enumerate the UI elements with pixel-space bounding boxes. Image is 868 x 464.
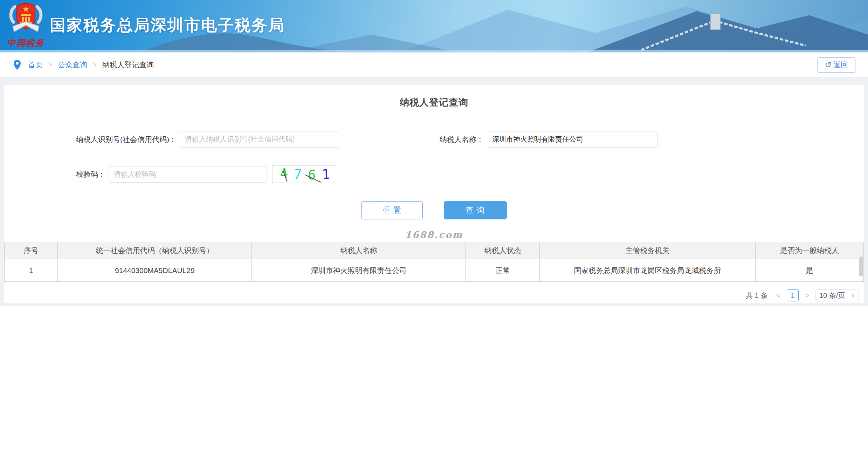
breadcrumb-current: 纳税人登记查询 <box>102 60 154 70</box>
page-body: 首页 > 公众查询 > 纳税人登记查询 ↺ 返回 纳税人登记查询 纳税人识别号(… <box>0 53 868 306</box>
table-row: 1 91440300MA5DLAUL29 深圳市神火照明有限责任公司 正常 国家… <box>5 259 864 282</box>
back-button-label: 返回 <box>833 60 848 70</box>
form-row-2: 校验码： 4 7 6 1 <box>76 165 864 183</box>
result-table: 序号 统一社会信用代码（纳税人识别号） 纳税人名称 纳税人状态 主管税务机关 是… <box>4 242 864 282</box>
captcha-input[interactable] <box>109 166 267 183</box>
breadcrumb-public-query-link[interactable]: 公众查询 <box>58 60 87 70</box>
captcha-label: 校验码： <box>76 169 105 179</box>
top-banner: 中国税务 国家税务总局深圳市电子税务局 <box>0 0 868 53</box>
breadcrumb-separator: > <box>48 61 52 69</box>
taxpayer-id-label: 纳税人识别号(社会信用代码)： <box>76 135 177 144</box>
taxpayer-name-input[interactable] <box>487 131 657 148</box>
tax-emblem-icon <box>7 1 45 35</box>
col-index: 序号 <box>5 242 58 259</box>
cell-general-taxpayer: 是 <box>755 259 863 282</box>
watermark-text: 1688.com <box>4 230 864 240</box>
logo-caption: 中国税务 <box>6 37 46 49</box>
breadcrumb: 首页 > 公众查询 > 纳税人登记查询 ↺ 返回 <box>0 53 868 77</box>
cell-taxpayer-status: 正常 <box>466 259 540 282</box>
captcha-image[interactable]: 4 7 6 1 <box>272 165 337 183</box>
col-taxpayer-status: 纳税人状态 <box>466 242 540 259</box>
col-taxpayer-name: 纳税人名称 <box>252 242 466 259</box>
captcha-char: 1 <box>322 168 330 181</box>
col-tax-authority: 主管税务机关 <box>540 242 756 259</box>
captcha-char: 6 <box>307 168 316 182</box>
form-row-1: 纳税人识别号(社会信用代码)： 纳税人名称： <box>76 131 864 148</box>
query-button[interactable]: 查 询 <box>444 201 507 219</box>
table-header-row: 序号 统一社会信用代码（纳税人识别号） 纳税人名称 纳税人状态 主管税务机关 是… <box>5 242 864 259</box>
captcha-char: 7 <box>294 167 302 181</box>
captcha-char: 4 <box>279 166 289 181</box>
current-page-button[interactable]: 1 <box>787 289 799 301</box>
page-title: 纳税人登记查询 <box>4 85 864 109</box>
cell-tax-authority: 国家税务总局深圳市龙岗区税务局龙城税务所 <box>540 259 756 282</box>
chevron-down-icon: ∨ <box>851 292 855 299</box>
pagination-total: 共 1 条 <box>746 291 767 300</box>
col-credit-code: 统一社会信用代码（纳税人识别号） <box>58 242 252 259</box>
pagination: 共 1 条 < 1 > 10 条/页 ∨ <box>4 289 864 301</box>
location-pin-icon <box>13 60 22 70</box>
taxpayer-id-input[interactable] <box>180 131 339 148</box>
cell-credit-code: 91440300MA5DLAUL29 <box>58 259 252 282</box>
cell-index: 1 <box>5 259 58 282</box>
table-scrollbar-thumb[interactable] <box>859 257 863 277</box>
col-general-taxpayer: 是否为一般纳税人 <box>755 242 863 259</box>
breadcrumb-separator: > <box>93 61 97 69</box>
back-button[interactable]: ↺ 返回 <box>818 57 855 73</box>
form-actions: 重 置 查 询 <box>4 201 864 219</box>
tax-bureau-logo: 中国税务 <box>6 1 46 49</box>
page-size-select[interactable]: 10 条/页 ∨ <box>815 289 859 301</box>
page-size-value: 10 条/页 <box>819 291 845 300</box>
site-title: 国家税务总局深圳市电子税务局 <box>50 15 285 36</box>
prev-page-arrow[interactable]: < <box>774 291 781 300</box>
taxpayer-name-label: 纳税人名称： <box>440 135 484 144</box>
cell-taxpayer-name: 深圳市神火照明有限责任公司 <box>252 259 466 282</box>
reset-button[interactable]: 重 置 <box>361 201 423 219</box>
query-card: 纳税人登记查询 纳税人识别号(社会信用代码)： 纳税人名称： 校验码： 4 7 … <box>4 85 864 303</box>
undo-arrow-icon: ↺ <box>825 61 832 69</box>
breadcrumb-home-link[interactable]: 首页 <box>28 60 43 70</box>
next-page-arrow[interactable]: > <box>804 291 811 300</box>
